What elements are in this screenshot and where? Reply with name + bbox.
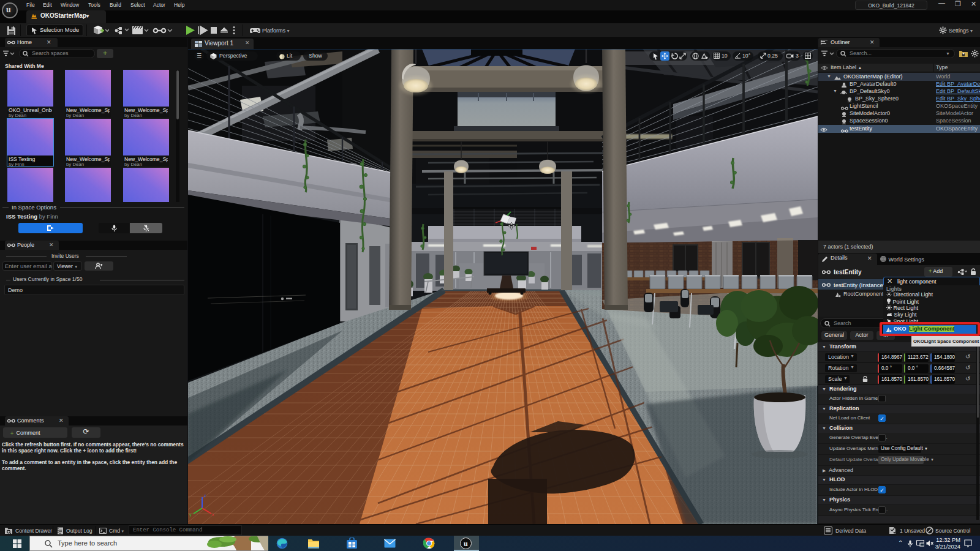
svg-text:x: x <box>212 512 214 517</box>
svg-text:z: z <box>204 493 206 498</box>
svg-text:y: y <box>189 512 192 517</box>
